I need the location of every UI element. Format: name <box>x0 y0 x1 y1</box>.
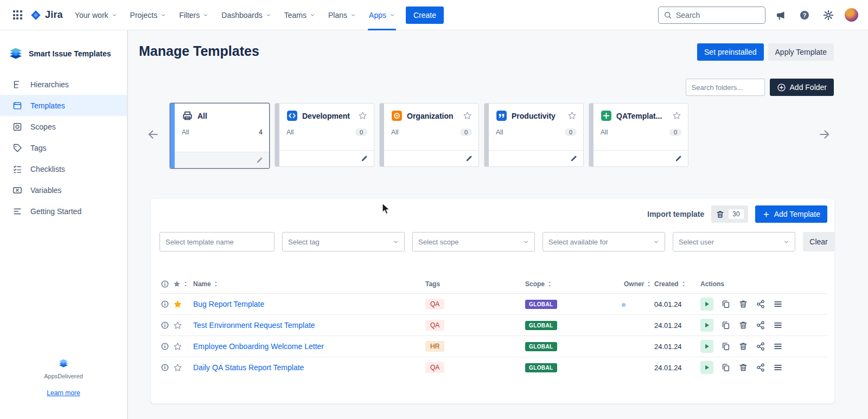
star-outline-icon[interactable] <box>173 363 182 372</box>
edit-pencil-icon[interactable] <box>465 154 473 163</box>
global-search[interactable] <box>658 7 765 24</box>
apply-template-button[interactable]: Apply Template <box>768 43 834 61</box>
trash-icon[interactable] <box>738 299 748 309</box>
sort-icon[interactable] <box>680 281 687 287</box>
sidebar-item-checklists[interactable]: Checklists <box>0 158 127 179</box>
template-name-link[interactable]: Employee Onboarding Welcome Letter <box>193 342 324 351</box>
template-name-filter-input[interactable] <box>159 232 275 252</box>
scope-filter-select[interactable]: Select scope <box>412 232 535 252</box>
edit-pencil-icon[interactable] <box>256 156 264 164</box>
nav-item-projects[interactable]: Projects <box>124 0 173 30</box>
nav-item-apps[interactable]: Apps <box>362 0 401 30</box>
trash-icon[interactable] <box>738 341 748 351</box>
search-folders-input[interactable] <box>686 79 765 96</box>
star-outline-icon[interactable] <box>567 111 577 120</box>
sort-icon[interactable] <box>546 281 553 287</box>
column-header-owner[interactable]: Owner <box>624 280 644 288</box>
play-icon <box>703 364 711 371</box>
help-button[interactable] <box>796 7 813 24</box>
template-name-link[interactable]: Daily QA Status Report Template <box>193 363 304 372</box>
trash-icon[interactable] <box>738 320 748 330</box>
sort-icon[interactable] <box>182 281 189 287</box>
jira-logo-text: Jira <box>45 9 63 21</box>
settings-button[interactable] <box>820 7 837 24</box>
sidebar-item-tags[interactable]: Tags <box>0 137 127 158</box>
info-icon[interactable] <box>161 321 169 330</box>
share-icon[interactable] <box>756 299 765 309</box>
folder-subtitle: All <box>286 128 293 136</box>
star-outline-icon[interactable] <box>463 111 472 120</box>
column-header-scope[interactable]: Scope <box>525 280 545 288</box>
folder-card-qatemplates[interactable]: QATemplat... All 0 <box>589 103 688 167</box>
sidebar-item-templates[interactable]: Templates <box>0 95 127 116</box>
nav-item-dashboards[interactable]: Dashboards <box>215 0 278 30</box>
info-icon <box>161 280 169 288</box>
folder-card-development[interactable]: Development All 0 <box>275 103 374 167</box>
sidebar-item-variables[interactable]: Variables <box>0 179 127 201</box>
folder-count: 4 <box>259 128 263 136</box>
menu-burger-icon[interactable] <box>773 299 783 309</box>
star-outline-icon[interactable] <box>672 111 681 120</box>
star-outline-icon[interactable] <box>173 321 182 330</box>
import-template-button[interactable]: Import template <box>647 210 704 218</box>
menu-burger-icon[interactable] <box>773 363 783 372</box>
info-icon[interactable] <box>161 363 169 372</box>
carousel-next-button[interactable] <box>815 125 834 144</box>
copy-icon[interactable] <box>721 320 731 330</box>
available-for-filter-select[interactable]: Select available for <box>542 232 665 252</box>
column-header-name[interactable]: Name <box>193 280 211 288</box>
sidebar-item-hierarchies[interactable]: Hierarchies <box>0 74 127 95</box>
sort-icon[interactable] <box>646 281 652 287</box>
info-icon[interactable] <box>161 342 169 351</box>
menu-burger-icon[interactable] <box>773 341 783 351</box>
user-filter-select[interactable]: Select user <box>673 232 795 252</box>
trash-icon[interactable] <box>738 363 748 372</box>
apply-template-play-button[interactable] <box>700 361 713 374</box>
folder-card-productivity[interactable]: Productivity All 0 <box>484 103 584 167</box>
share-icon[interactable] <box>756 341 765 351</box>
folder-card-all[interactable]: All All 4 <box>170 103 270 169</box>
star-filled-icon[interactable] <box>173 300 182 309</box>
sidebar-item-getting-started[interactable]: Getting Started <box>0 201 127 222</box>
clear-filters-button[interactable]: Clear <box>803 232 834 252</box>
sort-icon[interactable] <box>213 281 219 287</box>
set-preinstalled-button[interactable]: Set preinstalled <box>697 43 764 61</box>
add-template-button[interactable]: Add Template <box>755 205 827 223</box>
create-button[interactable]: Create <box>406 7 444 24</box>
folder-card-organization[interactable]: Organization All 0 <box>379 103 479 167</box>
apply-template-play-button[interactable] <box>700 319 713 332</box>
nav-item-teams[interactable]: Teams <box>278 0 322 30</box>
global-search-input[interactable] <box>676 11 760 20</box>
edit-pencil-icon[interactable] <box>360 154 368 163</box>
menu-burger-icon[interactable] <box>773 320 783 330</box>
app-switcher-button[interactable] <box>9 7 26 24</box>
share-icon[interactable] <box>756 320 765 330</box>
nav-item-filters[interactable]: Filters <box>173 0 215 30</box>
feedback-megaphone-button[interactable] <box>772 7 789 24</box>
trash-bin-button[interactable]: 30 <box>711 205 748 223</box>
apply-template-play-button[interactable] <box>700 340 713 353</box>
copy-icon[interactable] <box>721 363 731 372</box>
add-folder-button[interactable]: Add Folder <box>770 79 834 96</box>
tag-filter-select[interactable]: Select tag <box>282 232 405 252</box>
apply-template-play-button[interactable] <box>700 298 713 311</box>
carousel-prev-button[interactable] <box>143 125 163 144</box>
template-name-link[interactable]: Bug Report Template <box>193 300 264 308</box>
info-icon[interactable] <box>161 300 169 308</box>
copy-icon[interactable] <box>721 299 731 309</box>
column-header-created[interactable]: Created <box>654 280 679 288</box>
copy-icon[interactable] <box>721 341 731 351</box>
star-outline-icon[interactable] <box>173 342 182 351</box>
share-icon[interactable] <box>756 363 765 372</box>
folder-subtitle: All <box>391 128 398 136</box>
jira-logo[interactable]: Jira <box>26 9 68 21</box>
edit-pencil-icon[interactable] <box>674 154 682 163</box>
nav-item-plans[interactable]: Plans <box>322 0 362 30</box>
edit-pencil-icon[interactable] <box>570 154 578 163</box>
sidebar-item-scopes[interactable]: Scopes <box>0 116 127 137</box>
learn-more-link[interactable]: Learn more <box>47 389 80 397</box>
nav-item-your-work[interactable]: Your work <box>68 0 124 30</box>
profile-avatar[interactable] <box>844 7 859 23</box>
template-name-link[interactable]: Test Environment Request Template <box>193 321 315 330</box>
star-outline-icon[interactable] <box>358 111 367 120</box>
